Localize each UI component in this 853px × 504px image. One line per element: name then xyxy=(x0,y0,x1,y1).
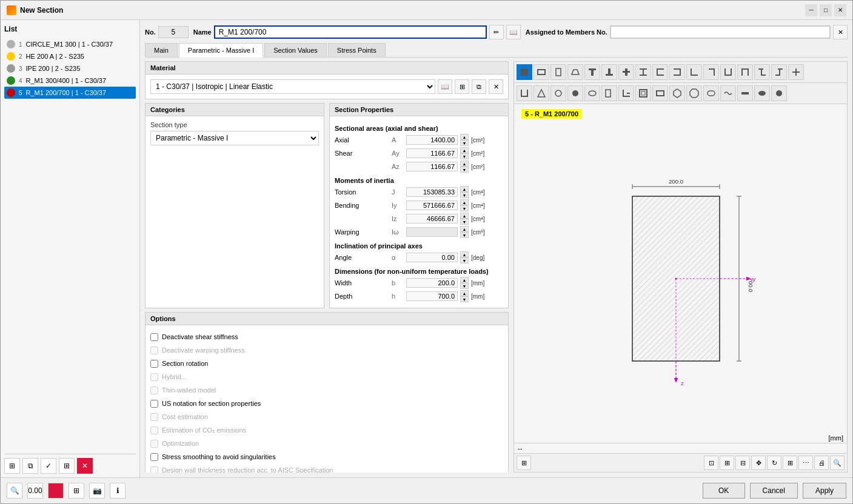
material-del-button[interactable]: ✕ xyxy=(489,79,503,94)
width-down[interactable]: ▼ xyxy=(460,283,469,289)
shape-box[interactable] xyxy=(635,85,651,101)
preview-grid[interactable]: ⊞ xyxy=(783,456,797,470)
shape-trap1[interactable] xyxy=(567,64,583,80)
shape-t3[interactable] xyxy=(618,64,634,80)
shape-round-fill[interactable] xyxy=(754,85,770,101)
shape-t-section[interactable] xyxy=(584,64,600,80)
list-item-4[interactable]: 4 R_M1 300/400 | 1 - C30/37 xyxy=(4,75,136,87)
angle-value[interactable] xyxy=(406,253,458,262)
shape-flat[interactable] xyxy=(737,85,753,101)
torsion-value[interactable] xyxy=(406,187,458,197)
apply-button[interactable]: Apply xyxy=(803,483,846,499)
shape-c1[interactable] xyxy=(652,64,668,80)
shape-box2[interactable] xyxy=(652,85,668,101)
bottom-color-button[interactable] xyxy=(48,483,64,499)
minimize-button[interactable]: ─ xyxy=(805,4,817,16)
shape-t-rot[interactable] xyxy=(534,85,549,101)
bottom-search-button[interactable]: 🔍 xyxy=(7,483,22,499)
angle-up[interactable]: ▲ xyxy=(460,251,469,257)
torsion-up[interactable]: ▲ xyxy=(460,186,469,192)
assigned-x-button[interactable]: ✕ xyxy=(833,25,848,39)
axial-value[interactable] xyxy=(406,135,458,145)
shape-bracket[interactable] xyxy=(601,85,617,101)
shape-oct[interactable] xyxy=(686,85,702,101)
shape-ellipse[interactable] xyxy=(584,85,600,101)
preview-pan[interactable]: ✥ xyxy=(751,456,766,470)
material-select[interactable]: 1 - C30/37 | Isotropic | Linear Elastic xyxy=(150,79,435,94)
checkbox-deactivate_shear[interactable] xyxy=(150,333,158,341)
shape-hex[interactable] xyxy=(669,85,685,101)
width-value[interactable] xyxy=(406,278,458,288)
shear-az-up[interactable]: ▲ xyxy=(460,161,469,167)
list-item-2[interactable]: 2 HE 200 A | 2 - S235 xyxy=(4,50,136,62)
shear-ay-value[interactable] xyxy=(406,148,458,158)
warping-up[interactable]: ▲ xyxy=(460,226,469,232)
add-section-button[interactable]: ⊞ xyxy=(4,458,20,474)
list-item-3[interactable]: 3 IPE 200 | 2 - S235 xyxy=(4,62,136,75)
bottom-coord-button[interactable]: 0.00 xyxy=(27,483,43,499)
shape-pipe[interactable] xyxy=(550,85,566,101)
material-edit-button[interactable]: ⊞ xyxy=(455,79,469,94)
shape-round2[interactable] xyxy=(771,85,787,101)
shape-u-open[interactable] xyxy=(517,85,532,101)
preview-tool-1[interactable]: ⊞ xyxy=(517,456,531,470)
tab-section-values[interactable]: Section Values xyxy=(264,43,327,57)
assigned-input[interactable] xyxy=(610,25,831,39)
bending-iy-value[interactable] xyxy=(406,201,458,210)
shape-i-section[interactable] xyxy=(635,64,651,80)
shape-circle[interactable] xyxy=(567,85,583,101)
close-button[interactable]: ✕ xyxy=(834,4,846,16)
preview-zoom-fit[interactable]: ⊡ xyxy=(704,456,718,470)
ok-button[interactable]: OK xyxy=(703,483,745,499)
tree-button[interactable]: ⊞ xyxy=(59,458,75,474)
list-item-5[interactable]: 5 R_M1 200/700 | 1 - C30/37 xyxy=(4,87,136,99)
torsion-down[interactable]: ▼ xyxy=(460,192,469,198)
tab-stress-points[interactable]: Stress Points xyxy=(328,43,386,57)
axial-up[interactable]: ▲ xyxy=(460,134,469,140)
maximize-button[interactable]: □ xyxy=(820,4,832,16)
warping-value[interactable] xyxy=(406,227,458,237)
checkbox-stress_smoothing[interactable] xyxy=(150,453,158,461)
bottom-render-button[interactable]: 📷 xyxy=(89,483,105,499)
shape-plus[interactable] xyxy=(788,64,804,80)
shape-z1[interactable] xyxy=(754,64,770,80)
preview-search[interactable]: 🔍 xyxy=(830,456,845,470)
copy-section-button[interactable]: ⧉ xyxy=(22,458,38,474)
shape-t2[interactable] xyxy=(601,64,617,80)
bottom-info-button[interactable]: ℹ xyxy=(110,483,125,499)
preview-more[interactable]: ⋯ xyxy=(798,456,813,470)
shear-az-value[interactable] xyxy=(406,162,458,171)
bottom-view-button[interactable]: ⊞ xyxy=(69,483,84,499)
bending-iy-up[interactable]: ▲ xyxy=(460,199,469,205)
material-copy-button[interactable]: ⧉ xyxy=(472,79,486,94)
axial-down[interactable]: ▼ xyxy=(460,140,469,146)
shear-ay-down[interactable]: ▼ xyxy=(460,153,469,159)
shape-rect-open[interactable] xyxy=(534,64,549,80)
shape-rect-tall[interactable] xyxy=(550,64,566,80)
no-input[interactable] xyxy=(158,26,189,38)
checkbox-us_notation[interactable] xyxy=(150,400,158,408)
shape-l1[interactable] xyxy=(686,64,702,80)
width-up[interactable]: ▲ xyxy=(460,277,469,283)
warping-down[interactable]: ▼ xyxy=(460,232,469,238)
depth-down[interactable]: ▼ xyxy=(460,296,469,302)
cancel-button[interactable]: Cancel xyxy=(750,483,798,499)
section-type-select[interactable]: Parametric - Massive I xyxy=(150,131,319,145)
bending-iy-down[interactable]: ▼ xyxy=(460,205,469,211)
shape-angle[interactable] xyxy=(618,85,634,101)
bending-iz-down[interactable]: ▼ xyxy=(460,219,469,225)
tab-parametric[interactable]: Parametric - Massive I xyxy=(179,43,263,58)
shape-z2[interactable] xyxy=(771,64,787,80)
name-input[interactable] xyxy=(214,25,487,39)
material-book-button[interactable]: 📖 xyxy=(438,79,452,94)
shape-u1[interactable] xyxy=(720,64,736,80)
book-icon-button[interactable]: 📖 xyxy=(506,25,521,39)
shear-az-down[interactable]: ▼ xyxy=(460,167,469,173)
shape-l2[interactable] xyxy=(703,64,719,80)
edit-icon-button[interactable]: ✏ xyxy=(489,25,504,39)
angle-down[interactable]: ▼ xyxy=(460,257,469,264)
shape-rect-filled[interactable] xyxy=(517,64,532,80)
preview-zoom-out[interactable]: ⊟ xyxy=(735,456,750,470)
delete-button[interactable]: ✕ xyxy=(77,458,93,474)
checkbox-section_rotation[interactable] xyxy=(150,360,158,368)
